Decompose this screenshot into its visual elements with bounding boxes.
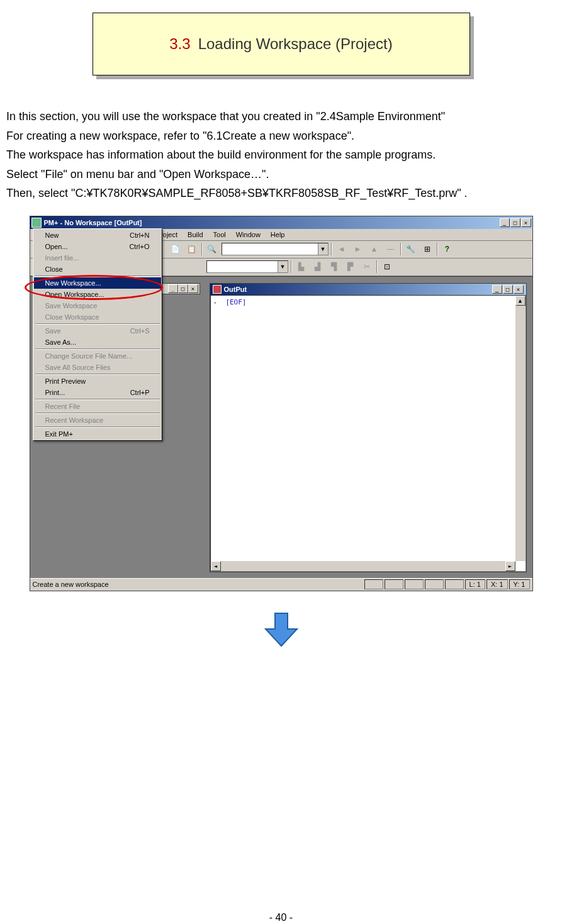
scroll-up-icon[interactable]: ▲ bbox=[515, 296, 525, 306]
stop-icon[interactable]: ▛ bbox=[344, 260, 357, 274]
menu-item-open[interactable]: Open...Ctrl+O bbox=[34, 241, 161, 252]
menu-item-change-source-file-name: Change Source File Name... bbox=[34, 350, 161, 362]
body-text: In this section, you will use the worksp… bbox=[0, 107, 562, 203]
search-icon[interactable]: 🔍 bbox=[205, 242, 219, 256]
menu-item-save-workspace: Save Workspace bbox=[34, 300, 161, 311]
menu-item-label: Save bbox=[45, 327, 130, 335]
menu-separator bbox=[35, 348, 160, 350]
status-cell bbox=[445, 579, 464, 589]
build-icon[interactable]: ▙ bbox=[295, 260, 308, 274]
statusbar: Create a new workspace L: 1 X: 1 Y: 1 bbox=[30, 578, 532, 591]
output-body[interactable]: - [EOF] ▲ ◄ ► bbox=[210, 295, 526, 572]
minimize-button[interactable]: _ bbox=[500, 218, 510, 227]
menu-item-save-all-source-files: Save All Source Files bbox=[34, 362, 161, 373]
project-combo[interactable]: ▼ bbox=[206, 260, 288, 273]
paragraph: Select "File" on menu bar and "Open Work… bbox=[6, 165, 556, 184]
status-col-y: Y: 1 bbox=[509, 579, 530, 589]
output-panel: OutPut _ □ ✕ - [EOF] ▲ bbox=[210, 283, 527, 572]
scroll-left-icon[interactable]: ◄ bbox=[211, 561, 221, 571]
close-button[interactable]: ✕ bbox=[521, 218, 531, 227]
paragraph: The workspace has information about the … bbox=[6, 145, 556, 165]
output-title: OutPut bbox=[224, 286, 247, 293]
output-minimize-button[interactable]: _ bbox=[492, 285, 502, 294]
menu-item-label: Save All Source Files bbox=[45, 364, 150, 371]
menu-separator bbox=[35, 374, 160, 375]
paragraph: For creating a new workspace, refer to "… bbox=[6, 126, 556, 146]
menu-item-label: Save Workspace bbox=[45, 302, 150, 309]
nav-down-icon[interactable]: — bbox=[384, 242, 398, 256]
output-maximize-button[interactable]: □ bbox=[503, 285, 513, 294]
menu-separator bbox=[35, 413, 160, 414]
menu-item-label: Save As... bbox=[45, 338, 150, 346]
statusbar-text: Create a new workspace bbox=[33, 581, 363, 588]
menu-item-close[interactable]: Close bbox=[34, 264, 161, 275]
paragraph: In this section, you will use the worksp… bbox=[6, 107, 556, 126]
status-cell bbox=[425, 579, 444, 589]
menu-item-save-as[interactable]: Save As... bbox=[34, 337, 161, 348]
maximize-button[interactable]: □ bbox=[510, 218, 520, 227]
clean-icon[interactable]: ✂ bbox=[360, 260, 374, 274]
menu-item-insert-file: Insert file... bbox=[34, 252, 161, 264]
menu-item-label: Close bbox=[45, 265, 150, 273]
heading-title: Loading Workspace (Project) bbox=[198, 35, 393, 53]
output-close-button[interactable]: ✕ bbox=[514, 285, 524, 294]
menu-separator bbox=[35, 399, 160, 400]
titlebar[interactable]: PM+ - No Workspace [OutPut] _ □ ✕ bbox=[30, 216, 532, 229]
nav-up-icon[interactable]: ▲ bbox=[368, 242, 381, 256]
status-cell bbox=[364, 579, 383, 589]
heading-box: 3.3 Loading Workspace (Project) bbox=[93, 13, 470, 75]
menu-item-open-workspace[interactable]: Open Workspace... bbox=[34, 289, 161, 300]
menu-item-new[interactable]: NewCtrl+N bbox=[34, 230, 161, 241]
status-line: L: 1 bbox=[465, 579, 485, 589]
menu-separator bbox=[35, 276, 160, 277]
menu-item-label: Exit PM+ bbox=[45, 430, 150, 438]
panel-minimize-button[interactable]: _ bbox=[168, 284, 178, 293]
scroll-right-icon[interactable]: ► bbox=[505, 561, 515, 571]
menu-item-label: Print Preview bbox=[45, 377, 150, 385]
menu-item-print-preview[interactable]: Print Preview bbox=[34, 376, 161, 387]
compile-icon[interactable]: ▜ bbox=[327, 260, 341, 274]
paste-icon[interactable]: 📋 bbox=[185, 242, 199, 256]
menu-item-recent-file: Recent File bbox=[34, 401, 161, 412]
panel-close-button[interactable]: ✕ bbox=[188, 284, 198, 293]
eof-text: [EOF] bbox=[225, 298, 246, 306]
paragraph: Then, select "C:¥TK78K0R¥SAMPLE_RF8058+S… bbox=[6, 184, 556, 203]
menu-build[interactable]: Build bbox=[183, 230, 207, 240]
menu-item-label: Open Workspace... bbox=[45, 291, 150, 298]
menu-window[interactable]: Window bbox=[232, 230, 265, 240]
menu-item-print[interactable]: Print...Ctrl+P bbox=[34, 387, 161, 398]
menu-item-label: Change Source File Name... bbox=[45, 352, 150, 360]
menu-item-label: Open... bbox=[45, 243, 130, 250]
copy-icon[interactable]: 📄 bbox=[169, 242, 183, 256]
output-icon bbox=[213, 285, 222, 294]
menu-item-shortcut: Ctrl+N bbox=[130, 231, 149, 239]
rebuild-icon[interactable]: ▟ bbox=[311, 260, 325, 274]
menu-item-label: Insert file... bbox=[45, 254, 150, 262]
menu-tool[interactable]: Tool bbox=[209, 230, 230, 240]
menu-item-label: Print... bbox=[45, 389, 130, 396]
menu-item-close-workspace: Close Workspace bbox=[34, 311, 161, 323]
menu-item-shortcut: Ctrl+O bbox=[129, 243, 149, 250]
menu-help[interactable]: Help bbox=[266, 230, 289, 240]
menu-item-save: SaveCtrl+S bbox=[34, 325, 161, 337]
help-icon[interactable]: ? bbox=[441, 242, 454, 256]
search-combo[interactable]: ▼ bbox=[222, 243, 329, 255]
menu-separator bbox=[35, 323, 160, 325]
menu-item-shortcut: Ctrl+S bbox=[130, 327, 150, 335]
heading-number: 3.3 bbox=[169, 35, 190, 53]
scrollbar-vertical[interactable]: ▲ bbox=[515, 296, 525, 561]
status-cell bbox=[385, 579, 403, 589]
tool-icon[interactable]: 🔧 bbox=[404, 242, 418, 256]
nav-back-icon[interactable]: ◄ bbox=[335, 242, 349, 256]
panel-maximize-button[interactable]: □ bbox=[178, 284, 188, 293]
menu-item-shortcut: Ctrl+P bbox=[130, 389, 150, 396]
file-menu-popup: NewCtrl+NOpen...Ctrl+OInsert file...Clos… bbox=[33, 228, 162, 441]
nav-fwd-icon[interactable]: ► bbox=[351, 242, 365, 256]
menu-item-exit-pm[interactable]: Exit PM+ bbox=[34, 428, 161, 440]
debug-icon[interactable]: ⊡ bbox=[380, 260, 394, 274]
scrollbar-horizontal[interactable]: ◄ ► bbox=[211, 561, 515, 571]
tool2-icon[interactable]: ⊞ bbox=[420, 242, 434, 256]
menu-item-label: Recent Workspace bbox=[45, 416, 150, 424]
page-number: - 40 - bbox=[0, 912, 562, 923]
menu-item-new-workspace[interactable]: New Workspace... bbox=[34, 277, 161, 289]
